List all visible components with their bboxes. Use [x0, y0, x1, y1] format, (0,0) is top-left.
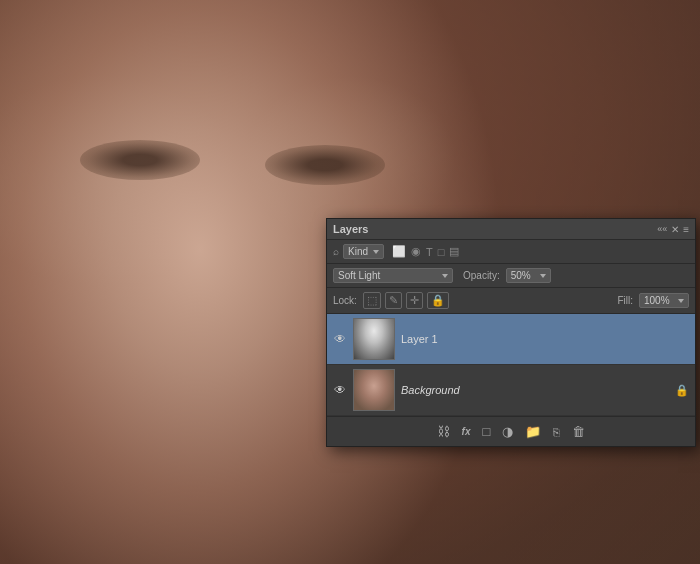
lock-icons: ⬚ ✎ ✛ 🔒	[363, 292, 449, 309]
lock-row: Lock: ⬚ ✎ ✛ 🔒 Fill: 100%	[327, 288, 695, 314]
lock-label: Lock:	[333, 295, 357, 306]
layer-thumbnail	[353, 318, 395, 360]
layer-visibility-toggle[interactable]: 👁	[333, 383, 347, 397]
panel-collapse-button[interactable]: ««	[657, 224, 667, 234]
layer-effects-button[interactable]: fx	[460, 424, 473, 439]
layer1-thumbnail-preview	[354, 319, 394, 359]
layer-item[interactable]: 👁 Background 🔒	[327, 365, 695, 416]
layers-panel: Layers «« ✕ ≡ ⌕ Kind ⬜ ◉ T □ ▤ Soft Ligh…	[326, 218, 696, 447]
lock-all-button[interactable]: 🔒	[427, 292, 449, 309]
blend-mode-arrow	[442, 274, 448, 278]
opacity-arrow	[540, 274, 546, 278]
layer-item[interactable]: 👁 Layer 1	[327, 314, 695, 365]
kind-dropdown[interactable]: Kind	[343, 244, 384, 259]
layer-visibility-toggle[interactable]: 👁	[333, 332, 347, 346]
panel-title: Layers	[333, 223, 368, 235]
adjustment-layer-button[interactable]: ◑	[500, 422, 515, 441]
filter-pixel-icon[interactable]: ⬜	[392, 245, 406, 258]
blend-mode-dropdown[interactable]: Soft Light	[333, 268, 453, 283]
filter-icons: ⬜ ◉ T □ ▤	[392, 245, 459, 258]
layer-thumbnail	[353, 369, 395, 411]
blend-mode-row: Soft Light Opacity: 50%	[327, 264, 695, 288]
search-icon: ⌕	[333, 246, 339, 257]
fill-arrow	[678, 299, 684, 303]
blend-mode-value: Soft Light	[338, 270, 380, 281]
layer-name: Background	[401, 384, 669, 396]
lock-position-button[interactable]: ✛	[406, 292, 423, 309]
panel-header-controls: «« ✕ ≡	[657, 224, 689, 235]
new-layer-button[interactable]: ⎘	[551, 424, 562, 440]
lock-transparent-button[interactable]: ⬚	[363, 292, 381, 309]
panel-toolbar: ⛓ fx □ ◑ 📁 ⎘ 🗑	[327, 416, 695, 446]
layers-list: 👁 Layer 1 👁 Background 🔒	[327, 314, 695, 416]
filter-type-icon[interactable]: T	[426, 246, 433, 258]
filter-adjustment-icon[interactable]: ◉	[411, 245, 421, 258]
filter-shape-icon[interactable]: □	[438, 246, 445, 258]
filter-smart-icon[interactable]: ▤	[449, 245, 459, 258]
opacity-field[interactable]: 50%	[506, 268, 551, 283]
add-mask-button[interactable]: □	[481, 422, 493, 441]
fill-label: Fill:	[617, 295, 633, 306]
kind-dropdown-label: Kind	[348, 246, 368, 257]
eye-left	[80, 140, 200, 180]
layer-name: Layer 1	[401, 333, 689, 345]
opacity-label: Opacity:	[463, 270, 500, 281]
panel-close-button[interactable]: ✕	[671, 224, 679, 235]
background-lock-icon: 🔒	[675, 384, 689, 397]
delete-layer-button[interactable]: 🗑	[570, 422, 587, 441]
panel-menu-button[interactable]: ≡	[683, 224, 689, 235]
opacity-value: 50%	[511, 270, 531, 281]
panel-header: Layers «« ✕ ≡	[327, 219, 695, 240]
new-group-button[interactable]: 📁	[523, 422, 543, 441]
link-layers-button[interactable]: ⛓	[435, 422, 452, 441]
lock-paint-button[interactable]: ✎	[385, 292, 402, 309]
filter-row: ⌕ Kind ⬜ ◉ T □ ▤	[327, 240, 695, 264]
kind-dropdown-arrow	[373, 250, 379, 254]
fill-value: 100%	[644, 295, 670, 306]
eye-right	[265, 145, 385, 185]
background-thumbnail-preview	[354, 370, 394, 410]
fill-field[interactable]: 100%	[639, 293, 689, 308]
